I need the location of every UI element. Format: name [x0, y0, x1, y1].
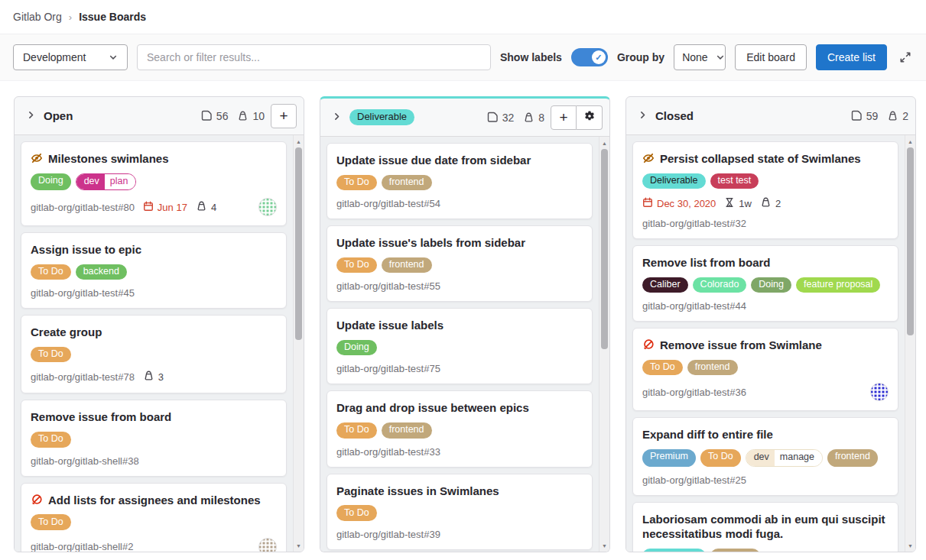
card-title-row: Remove issue from board: [31, 409, 277, 425]
breadcrumb-parent-link[interactable]: Gitlab Org: [13, 11, 62, 23]
issue-card[interactable]: Update issue's labels from sidebarTo Dof…: [327, 225, 593, 302]
create-list-button[interactable]: Create list: [816, 44, 887, 70]
issue-title[interactable]: Paginate issues in Swimlanes: [336, 484, 499, 499]
scroll-down-arrow[interactable]: ▼: [294, 540, 304, 551]
scroll-up-arrow[interactable]: ▲: [294, 136, 304, 147]
chevron-right-icon: [26, 110, 36, 122]
issue-title[interactable]: Update issue due date from sidebar: [336, 153, 531, 168]
show-labels-toggle[interactable]: ✓: [571, 48, 608, 66]
scoped-label-dev-plan[interactable]: devplan: [76, 173, 137, 191]
label-backend[interactable]: backend: [76, 264, 127, 280]
label-frontend[interactable]: frontend: [382, 257, 432, 274]
label-frontend[interactable]: frontend: [687, 360, 738, 376]
weight-icon: [887, 110, 898, 121]
issue-card[interactable]: Assign issue to epicTo Dobackendgitlab-o…: [21, 232, 287, 309]
issue-title[interactable]: Update issue labels: [336, 318, 444, 333]
issue-card[interactable]: Paginate issues in SwimlanesTo Dogitlab-…: [327, 474, 593, 550]
issue-title[interactable]: Drag and drop issue between epics: [336, 400, 529, 416]
label-to-do[interactable]: To Do: [31, 347, 71, 363]
issue-card[interactable]: Update issue due date from sidebarTo Dof…: [327, 143, 593, 219]
label-frontend[interactable]: frontend: [710, 549, 761, 552]
label-doing[interactable]: Doing: [751, 277, 791, 293]
issue-title[interactable]: Add lists for assignees and milestones: [48, 493, 261, 508]
issue-card[interactable]: Update issue labelsDoinggitlab-org/gitla…: [327, 308, 593, 384]
card-title-row: Remove list from board: [642, 255, 889, 270]
collapse-list-button[interactable]: [636, 108, 649, 124]
issue-title[interactable]: Remove issue from board: [31, 409, 171, 425]
issue-card[interactable]: Laboriosam commodi ab in eum qui suscipi…: [632, 502, 898, 552]
label-doing[interactable]: Doing: [336, 340, 377, 356]
issue-card[interactable]: Expand diff to entire filePremiumTo Dode…: [632, 417, 898, 495]
list-header-deliverable: Deliverable328+: [320, 99, 609, 137]
check-icon: ✓: [592, 50, 606, 64]
issue-card[interactable]: Milestones swimlanesDoingdevplangitlab-o…: [21, 141, 287, 226]
label-to-do[interactable]: To Do: [700, 449, 741, 467]
board-switcher-dropdown[interactable]: Development: [13, 44, 128, 70]
label-to-do[interactable]: To Do: [336, 257, 377, 274]
issue-labels: To Do: [336, 505, 583, 521]
issue-card[interactable]: Remove list from boardCaliberColoradoDoi…: [632, 245, 898, 322]
label-caliber[interactable]: Caliber: [642, 277, 688, 293]
issue-card[interactable]: Add lists for assignees and milestonesTo…: [21, 483, 287, 552]
issue-footer: gitlab-org/gitlab-test#44: [642, 300, 889, 312]
issue-title[interactable]: Persist collapsed state of Swimlanes: [660, 151, 861, 167]
label-deliverable[interactable]: Deliverable: [642, 173, 706, 189]
issue-card[interactable]: Persist collapsed state of SwimlanesDeli…: [632, 141, 898, 239]
label-premium[interactable]: Premium: [642, 449, 696, 467]
label-frontend[interactable]: frontend: [382, 175, 432, 191]
label-frontend[interactable]: frontend: [382, 422, 432, 439]
edit-board-button[interactable]: Edit board: [735, 44, 807, 70]
scoped-label-value: manage: [775, 450, 822, 466]
label-to-do[interactable]: To Do: [31, 432, 71, 448]
list-scrollbar[interactable]: ▲▼: [293, 135, 304, 552]
add-issue-button[interactable]: +: [271, 104, 297, 128]
scroll-down-arrow[interactable]: ▼: [905, 540, 915, 551]
label-colorado[interactable]: Colorado: [693, 277, 747, 293]
maximize-icon[interactable]: [898, 50, 913, 65]
label-to-do[interactable]: To Do: [336, 422, 377, 439]
issue-title[interactable]: Create group: [31, 325, 102, 340]
issue-weight: 3: [143, 370, 164, 384]
label-to-do[interactable]: To Do: [336, 505, 377, 521]
group-by-dropdown[interactable]: None: [674, 44, 726, 70]
label-doing[interactable]: Doing: [31, 173, 71, 191]
scroll-up-arrow[interactable]: ▲: [599, 138, 609, 148]
scrollbar-thumb[interactable]: [601, 149, 608, 349]
issue-title[interactable]: Milestones swimlanes: [48, 151, 169, 167]
label-frontend[interactable]: frontend: [827, 449, 878, 467]
card-title-row: Laboriosam commodi ab in eum qui suscipi…: [642, 512, 889, 542]
label-to-do[interactable]: To Do: [336, 175, 377, 191]
search-input[interactable]: [137, 44, 491, 70]
label-deliverable[interactable]: Deliverable: [642, 549, 706, 552]
issue-count: 56: [216, 110, 229, 122]
issue-title[interactable]: Remove list from board: [642, 255, 771, 270]
label-feature-proposal[interactable]: feature proposal: [796, 277, 880, 293]
label-to-do[interactable]: To Do: [31, 514, 71, 530]
label-to-do[interactable]: To Do: [31, 264, 71, 280]
label-test-test[interactable]: test test: [710, 173, 759, 189]
issue-labels: To Do: [31, 514, 277, 530]
scroll-up-arrow[interactable]: ▲: [905, 136, 915, 147]
add-issue-button[interactable]: +: [551, 105, 577, 130]
issue-reference: gitlab-org/gitlab-test#25: [642, 474, 746, 486]
issue-title[interactable]: Assign issue to epic: [31, 242, 141, 257]
issue-title[interactable]: Expand diff to entire file: [642, 427, 773, 442]
issue-card[interactable]: Create groupTo Dogitlab-org/gitlab-test#…: [21, 315, 287, 393]
issue-card[interactable]: Remove issue from SwimlaneTo Dofrontendg…: [632, 328, 898, 411]
list-settings-button[interactable]: [577, 105, 603, 130]
label-to-do[interactable]: To Do: [642, 360, 683, 376]
issue-reference: gitlab-org/gitlab-test#44: [642, 300, 746, 312]
list-scrollbar[interactable]: ▲▼: [905, 135, 915, 552]
issue-title[interactable]: Laboriosam commodi ab in eum qui suscipi…: [642, 512, 889, 542]
issue-title[interactable]: Update issue's labels from sidebar: [336, 235, 525, 251]
list-scrollbar[interactable]: ▲▼: [599, 137, 609, 552]
issue-title[interactable]: Remove issue from Swimlane: [660, 338, 822, 353]
issue-card[interactable]: Remove issue from boardTo Dogitlab-org/g…: [21, 400, 287, 476]
collapse-list-button[interactable]: [24, 108, 37, 124]
scroll-down-arrow[interactable]: ▼: [599, 540, 609, 551]
issue-card[interactable]: Drag and drop issue between epicsTo Dofr…: [327, 390, 593, 467]
collapse-list-button[interactable]: [330, 110, 343, 125]
scoped-label-dev-manage[interactable]: devmanage: [746, 449, 823, 467]
scrollbar-thumb[interactable]: [907, 147, 914, 335]
scrollbar-thumb[interactable]: [295, 147, 302, 340]
